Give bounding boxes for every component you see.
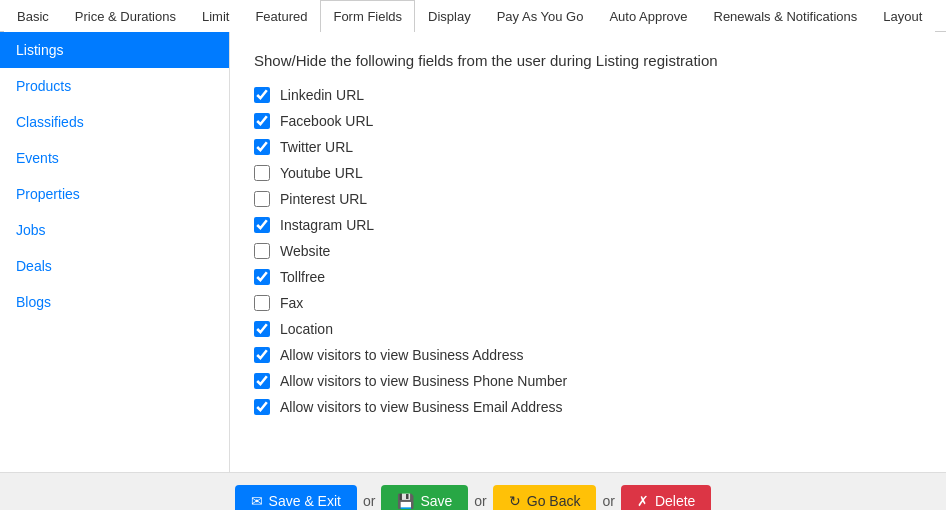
checkbox-youtube-url[interactable] xyxy=(254,165,270,181)
or-3: or xyxy=(602,493,614,509)
sidebar-item-blogs[interactable]: Blogs xyxy=(0,284,229,320)
list-item: Tollfree xyxy=(254,269,922,285)
tab-form-fields[interactable]: Form Fields xyxy=(320,0,415,32)
sidebar-item-listings[interactable]: Listings xyxy=(0,32,229,68)
tab-layout[interactable]: Layout xyxy=(870,0,935,32)
checkbox-label-instagram-url: Instagram URL xyxy=(280,217,374,233)
tab-auto-approve[interactable]: Auto Approve xyxy=(596,0,700,32)
main-layout: ListingsProductsClassifiedsEventsPropert… xyxy=(0,32,946,472)
list-item: Allow visitors to view Business Phone Nu… xyxy=(254,373,922,389)
sidebar-item-classifieds[interactable]: Classifieds xyxy=(0,104,229,140)
checkbox-allow-business-phone[interactable] xyxy=(254,373,270,389)
list-item: Instagram URL xyxy=(254,217,922,233)
list-item: Allow visitors to view Business Email Ad… xyxy=(254,399,922,415)
go-back-label: Go Back xyxy=(527,493,581,509)
sidebar-item-properties[interactable]: Properties xyxy=(0,176,229,212)
tab-renewals-notifications[interactable]: Renewals & Notifications xyxy=(701,0,871,32)
go-back-button[interactable]: ↻ Go Back xyxy=(493,485,597,510)
delete-label: Delete xyxy=(655,493,695,509)
sidebar-item-events[interactable]: Events xyxy=(0,140,229,176)
checkbox-twitter-url[interactable] xyxy=(254,139,270,155)
checkbox-allow-business-email[interactable] xyxy=(254,399,270,415)
sidebar-item-products[interactable]: Products xyxy=(0,68,229,104)
sidebar: ListingsProductsClassifiedsEventsPropert… xyxy=(0,32,230,472)
tabs-bar: BasicPrice & DurationsLimitFeaturedForm … xyxy=(0,0,946,32)
go-back-icon: ↻ xyxy=(509,493,521,509)
checkbox-allow-business-address[interactable] xyxy=(254,347,270,363)
checkbox-label-twitter-url: Twitter URL xyxy=(280,139,353,155)
checkbox-location[interactable] xyxy=(254,321,270,337)
checkbox-fax[interactable] xyxy=(254,295,270,311)
tab-basic[interactable]: Basic xyxy=(4,0,62,32)
checkbox-label-tollfree: Tollfree xyxy=(280,269,325,285)
checkbox-label-facebook-url: Facebook URL xyxy=(280,113,373,129)
checkbox-label-allow-business-address: Allow visitors to view Business Address xyxy=(280,347,524,363)
save-exit-button[interactable]: ✉ Save & Exit xyxy=(235,485,357,510)
checkbox-instagram-url[interactable] xyxy=(254,217,270,233)
content-area: Show/Hide the following fields from the … xyxy=(230,32,946,472)
checkbox-pinterest-url[interactable] xyxy=(254,191,270,207)
checkbox-label-website: Website xyxy=(280,243,330,259)
or-2: or xyxy=(474,493,486,509)
save-exit-icon: ✉ xyxy=(251,493,263,509)
checkbox-linkedin-url[interactable] xyxy=(254,87,270,103)
footer-bar: ✉ Save & Exit or 💾 Save or ↻ Go Back or … xyxy=(0,472,946,510)
delete-button[interactable]: ✗ Delete xyxy=(621,485,711,510)
tab-limit[interactable]: Limit xyxy=(189,0,242,32)
checkbox-label-pinterest-url: Pinterest URL xyxy=(280,191,367,207)
list-item: Facebook URL xyxy=(254,113,922,129)
list-item: Linkedin URL xyxy=(254,87,922,103)
checkbox-website[interactable] xyxy=(254,243,270,259)
checkbox-facebook-url[interactable] xyxy=(254,113,270,129)
list-item: Youtube URL xyxy=(254,165,922,181)
list-item: Website xyxy=(254,243,922,259)
delete-icon: ✗ xyxy=(637,493,649,509)
tab-featured[interactable]: Featured xyxy=(242,0,320,32)
checkbox-label-fax: Fax xyxy=(280,295,303,311)
tab-price-durations[interactable]: Price & Durations xyxy=(62,0,189,32)
tab-pay-as-you-go[interactable]: Pay As You Go xyxy=(484,0,597,32)
save-label: Save xyxy=(420,493,452,509)
sidebar-item-jobs[interactable]: Jobs xyxy=(0,212,229,248)
checkbox-tollfree[interactable] xyxy=(254,269,270,285)
checkbox-list: Linkedin URLFacebook URLTwitter URLYoutu… xyxy=(254,87,922,415)
tab-display[interactable]: Display xyxy=(415,0,484,32)
checkbox-label-allow-business-phone: Allow visitors to view Business Phone Nu… xyxy=(280,373,567,389)
checkbox-label-youtube-url: Youtube URL xyxy=(280,165,363,181)
save-exit-label: Save & Exit xyxy=(269,493,341,509)
checkbox-label-linkedin-url: Linkedin URL xyxy=(280,87,364,103)
checkbox-label-allow-business-email: Allow visitors to view Business Email Ad… xyxy=(280,399,562,415)
content-title: Show/Hide the following fields from the … xyxy=(254,52,922,69)
or-1: or xyxy=(363,493,375,509)
list-item: Twitter URL xyxy=(254,139,922,155)
list-item: Fax xyxy=(254,295,922,311)
list-item: Pinterest URL xyxy=(254,191,922,207)
sidebar-item-deals[interactable]: Deals xyxy=(0,248,229,284)
save-button[interactable]: 💾 Save xyxy=(381,485,468,510)
save-icon: 💾 xyxy=(397,493,414,509)
list-item: Location xyxy=(254,321,922,337)
checkbox-label-location: Location xyxy=(280,321,333,337)
list-item: Allow visitors to view Business Address xyxy=(254,347,922,363)
